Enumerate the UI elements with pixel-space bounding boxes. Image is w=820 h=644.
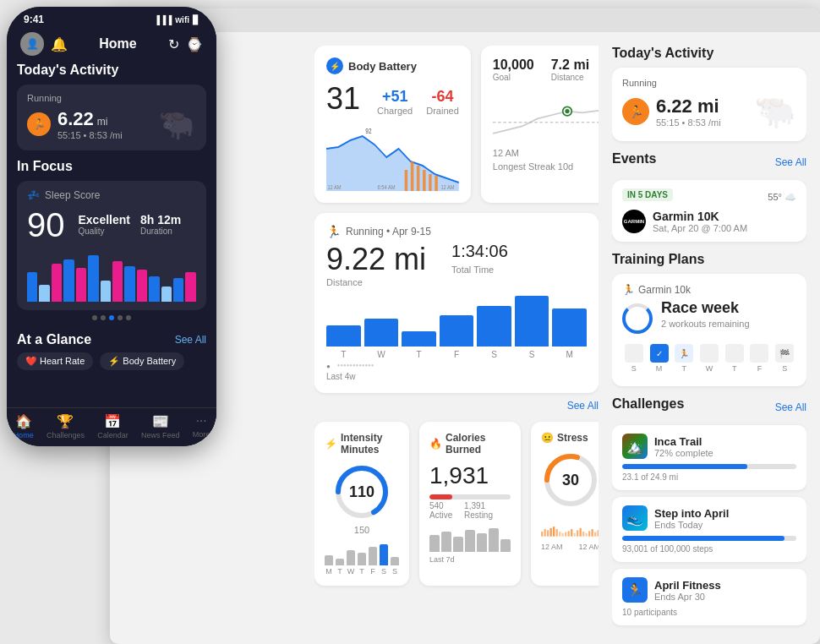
svg-rect-24 xyxy=(559,532,560,537)
events-see-all[interactable]: See All xyxy=(775,156,806,168)
steps-distance-value: 7.2 mi xyxy=(551,57,589,73)
sleep-score-value: 90 xyxy=(27,206,65,244)
activity-type: Running xyxy=(622,78,796,88)
body-battery-icon: ⚡ xyxy=(326,57,343,74)
body-battery-chart: 92 12 AM 6:54 AM 12 AM xyxy=(326,123,459,191)
calories-icon: 🔥 xyxy=(429,438,442,450)
phone-page-dots xyxy=(17,310,206,325)
intensity-week-bars xyxy=(325,540,399,565)
event-card: IN 5 DAYS 55° ☁️ GARMIN Garmin 10K Sat, … xyxy=(612,180,806,242)
week-day-W xyxy=(700,344,719,363)
training-week-title: Race week xyxy=(661,299,750,317)
svg-text:12 AM: 12 AM xyxy=(440,183,454,190)
more-tab-icon: ··· xyxy=(195,413,206,428)
stress-chart xyxy=(541,513,599,543)
event-date: Sat, Apr 20 @ 7:00 AM xyxy=(653,223,747,233)
phone-screen: 9:41 ▐▐▐ wifi ▊ 👤 🔔 Home ↻ ⌚ xyxy=(7,7,216,446)
intensity-value: 110 xyxy=(349,483,374,501)
svg-rect-21 xyxy=(550,528,552,537)
bottom-metrics-row: ⚡ Intensity Minutes 110 150 xyxy=(314,422,599,586)
svg-rect-34 xyxy=(588,531,590,536)
steps-goal-value: 10,000 xyxy=(493,57,534,73)
tab-challenges[interactable]: 🏆 Challenges xyxy=(46,413,85,439)
svg-text:12 AM: 12 AM xyxy=(327,183,341,190)
inca-icon: 🏔️ xyxy=(622,434,648,459)
svg-rect-22 xyxy=(553,527,555,537)
phone-glance-see-all[interactable]: See All xyxy=(175,334,206,346)
activity-silhouette: 🐃 xyxy=(754,91,796,131)
heart-rate-chip[interactable]: ❤️ Heart Rate xyxy=(17,352,93,370)
newsfeed-tab-icon: 📰 xyxy=(152,413,169,429)
tab-calendar[interactable]: 📅 Calendar xyxy=(97,413,128,439)
body-battery-value: 31 xyxy=(326,81,360,117)
svg-rect-25 xyxy=(562,533,564,537)
challenge-inca: 🏔️ Inca Trail 72% complete 23.1 of 24.9 … xyxy=(612,425,806,490)
april-detail: 10 participants xyxy=(622,608,796,617)
sleep-quality-value: Excellent xyxy=(79,213,130,226)
phone-avatar[interactable]: 👤 xyxy=(20,32,44,56)
bb-charged-value: +51 xyxy=(377,88,413,106)
activity-pace: 55:15 • 8:53 /mi xyxy=(656,117,721,128)
week-day-T1: 🏃 xyxy=(675,344,693,363)
step-detail: 93,001 of 100,000 steps xyxy=(622,544,796,554)
calories-total: 1,931 xyxy=(429,462,511,489)
running-orange-icon: 🏃 xyxy=(622,98,649,125)
see-all-link[interactable]: See All xyxy=(567,400,599,412)
intensity-target: 150 xyxy=(354,525,369,535)
phone-sleep-card: 💤 Sleep Score 90 Excellent Quality xyxy=(17,181,206,310)
body-battery-chip[interactable]: ⚡ Body Battery xyxy=(100,352,184,370)
phone-running-icon: 🏃 xyxy=(27,112,51,136)
intensity-card: ⚡ Intensity Minutes 110 150 xyxy=(314,422,409,586)
bb-charged-label: Charged xyxy=(377,106,413,116)
phone-navbar: 👤 🔔 Home ↻ ⌚ xyxy=(7,25,216,63)
tab-newsfeed[interactable]: 📰 News Feed xyxy=(141,413,180,439)
svg-text:92: 92 xyxy=(365,127,371,135)
running-title: Running • Apr 9-15 xyxy=(346,226,431,237)
tab-more[interactable]: ··· More xyxy=(193,413,210,439)
calories-resting: 1,391 Resting xyxy=(464,501,511,520)
svg-rect-35 xyxy=(592,529,593,537)
svg-rect-32 xyxy=(582,532,584,537)
svg-rect-29 xyxy=(574,533,576,537)
phone-status-icons: ▐▐▐ wifi ▊ xyxy=(154,15,200,25)
watch-icon[interactable]: ⌚ xyxy=(186,36,203,52)
week-day-M: ✓ xyxy=(650,344,669,363)
svg-rect-36 xyxy=(594,532,596,536)
step-progress-fill xyxy=(622,536,784,541)
svg-rect-30 xyxy=(577,530,578,537)
event-name: Garmin 10K xyxy=(653,210,747,223)
challenges-title: Challenges xyxy=(612,396,684,412)
svg-rect-19 xyxy=(544,529,546,537)
inca-progress-label: 72% complete xyxy=(654,448,713,458)
sleep-duration-value: 8h 12m xyxy=(140,213,181,226)
svg-rect-6 xyxy=(435,176,438,191)
phone-bell-icon[interactable]: 🔔 xyxy=(51,36,68,52)
phone-activity-card: Running 🏃 6.22 mi 55:15 • 8:53 /mi 🐃 xyxy=(17,85,206,150)
sleep-duration-label: Duration xyxy=(140,226,181,236)
intensity-title: Intensity Minutes xyxy=(341,432,399,456)
bb-drained-label: Drained xyxy=(426,106,459,116)
battery-icon: ▊ xyxy=(193,15,200,25)
refresh-icon[interactable]: ↻ xyxy=(168,36,179,52)
inca-detail: 23.1 of 24.9 mi xyxy=(622,472,796,482)
tab-home[interactable]: 🏠 Home xyxy=(14,413,34,439)
bar-S2 xyxy=(515,296,549,347)
running-streak: Last 4w xyxy=(326,372,587,381)
calories-time: Last 7d xyxy=(429,555,511,564)
home-tab-icon: 🏠 xyxy=(15,413,32,429)
challenges-see-all[interactable]: See All xyxy=(775,401,806,413)
calories-card: 🔥 Calories Burned 1,931 540 Active 1,391… xyxy=(419,422,521,586)
step-icon: 👟 xyxy=(622,505,648,531)
event-badge: IN 5 DAYS xyxy=(622,188,673,201)
svg-rect-23 xyxy=(556,529,558,537)
phone-glance-title: At a Glance xyxy=(17,332,91,347)
phone-at-a-glance: At a Glance See All xyxy=(17,332,206,347)
signal-icon: ▐▐▐ xyxy=(154,15,172,25)
running-time: 1:34:06 xyxy=(451,242,508,265)
event-logo: GARMIN xyxy=(622,210,646,233)
phone-pace: 55:15 • 8:53 /mi xyxy=(57,130,123,140)
calendar-tab-icon: 📅 xyxy=(104,413,121,429)
stress-value: 30 xyxy=(562,472,579,489)
week-day-T2 xyxy=(725,344,744,363)
week-day-F xyxy=(750,344,768,363)
